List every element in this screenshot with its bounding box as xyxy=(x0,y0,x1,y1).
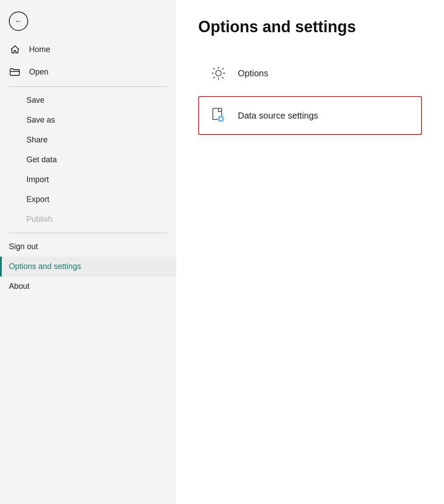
sidebar-item-import-label: Import xyxy=(26,175,49,184)
sidebar-item-open-label: Open xyxy=(29,67,48,77)
sidebar-item-share-label: Share xyxy=(26,135,48,145)
sidebar-item-sign-out-label: Sign out xyxy=(9,242,38,251)
sidebar-item-publish: Publish xyxy=(0,209,176,229)
sidebar-item-sign-out[interactable]: Sign out xyxy=(0,237,176,257)
sidebar-item-get-data[interactable]: Get data xyxy=(0,150,176,170)
sidebar-item-export[interactable]: Export xyxy=(0,190,176,209)
svg-point-0 xyxy=(216,71,222,76)
sidebar-item-options-and-settings-label: Options and settings xyxy=(9,262,81,271)
sidebar-item-import[interactable]: Import xyxy=(0,170,176,190)
gear-icon xyxy=(208,63,229,84)
data-source-settings-label: Data source settings xyxy=(238,111,318,121)
divider-top xyxy=(9,86,167,87)
options-list: Options Data source settings xyxy=(198,54,422,135)
back-arrow-icon: ← xyxy=(15,17,22,25)
sidebar-item-home[interactable]: Home xyxy=(0,38,176,61)
home-icon xyxy=(9,44,21,55)
sidebar-item-save[interactable]: Save xyxy=(0,90,176,110)
sidebar-item-share[interactable]: Share xyxy=(0,130,176,150)
sidebar-item-publish-label: Publish xyxy=(26,215,52,224)
main-content: Options and settings Options xyxy=(176,0,444,504)
sidebar-item-open[interactable]: Open xyxy=(0,61,176,83)
open-icon xyxy=(9,67,21,77)
datasource-icon xyxy=(208,105,229,126)
options-item-label: Options xyxy=(238,68,268,78)
sidebar-item-home-label: Home xyxy=(29,45,50,54)
sidebar-item-save-as[interactable]: Save as xyxy=(0,110,176,130)
sidebar-item-save-as-label: Save as xyxy=(26,116,55,125)
sidebar-item-get-data-label: Get data xyxy=(26,155,57,164)
data-source-settings-item[interactable]: Data source settings xyxy=(198,96,422,135)
sidebar-item-save-label: Save xyxy=(26,96,44,105)
page-title: Options and settings xyxy=(198,18,422,36)
options-item[interactable]: Options xyxy=(198,54,422,93)
back-button[interactable]: ← xyxy=(9,11,28,31)
sidebar-item-about[interactable]: About xyxy=(0,276,176,296)
sidebar: ← Home Open Save Save as Share xyxy=(0,0,176,504)
sidebar-item-options-and-settings[interactable]: Options and settings xyxy=(0,257,176,276)
sidebar-item-about-label: About xyxy=(9,282,30,291)
sidebar-item-export-label: Export xyxy=(26,195,49,204)
divider-bottom xyxy=(9,233,167,233)
